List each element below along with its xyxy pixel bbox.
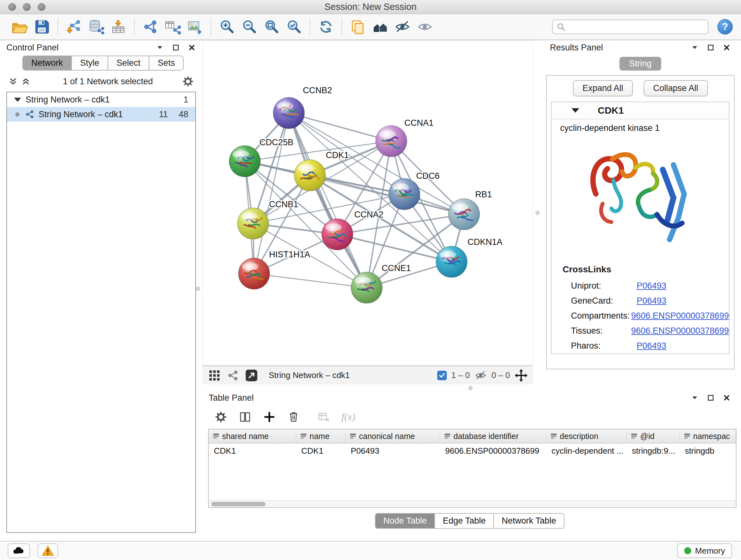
tab-node-table[interactable]: Node Table: [375, 513, 434, 529]
table-row[interactable]: CDK1 CDK1 P06493 9606.ENSP00000378699 cy…: [209, 443, 736, 458]
hide-selected-button[interactable]: [394, 18, 411, 36]
crosshair-move-icon[interactable]: [515, 369, 528, 382]
import-network-database-button[interactable]: [87, 18, 105, 36]
vertical-splitter-handle[interactable]: [196, 287, 200, 291]
section-disclosure-triangle-icon[interactable]: [571, 108, 579, 113]
cell-database-identifier[interactable]: 9606.ENSP00000378699: [440, 443, 546, 458]
collapse-all-icon[interactable]: [8, 77, 18, 86]
tab-network-table[interactable]: Network Table: [493, 513, 564, 529]
search-icon: [556, 22, 565, 31]
warning-button[interactable]: [38, 543, 58, 558]
cell-canonical-name[interactable]: P06493: [346, 443, 440, 458]
horizontal-scrollbar[interactable]: [209, 500, 736, 507]
crosslink-link[interactable]: P06493: [636, 281, 666, 291]
control-panel-tabs: Network Style Select Sets: [22, 56, 184, 71]
search-input[interactable]: [569, 22, 704, 32]
column-header[interactable]: description: [546, 429, 627, 443]
column-header[interactable]: @id: [627, 429, 680, 443]
export-image-button[interactable]: [186, 18, 204, 36]
column-header[interactable]: database identifier: [440, 429, 546, 443]
panel-menu-icon[interactable]: [156, 44, 164, 52]
cell-id[interactable]: stringdb:9...: [627, 443, 680, 458]
memory-button[interactable]: Memory: [677, 543, 732, 558]
open-session-button[interactable]: [10, 18, 28, 36]
save-session-button[interactable]: [33, 18, 51, 36]
zoom-out-button[interactable]: [240, 18, 258, 36]
add-column-icon[interactable]: [263, 411, 276, 423]
help-button[interactable]: ?: [718, 19, 733, 35]
zoom-fit-button[interactable]: [263, 18, 280, 36]
tab-sets[interactable]: Sets: [149, 56, 183, 70]
copy-document-button[interactable]: [349, 18, 367, 36]
tab-edge-table[interactable]: Edge Table: [434, 513, 493, 529]
tab-style[interactable]: Style: [72, 56, 108, 70]
node-label: CCNE1: [382, 263, 411, 273]
column-header[interactable]: namespac: [680, 429, 736, 443]
cell-description[interactable]: cyclin-dependent ...: [546, 443, 627, 458]
zoom-in-button[interactable]: [218, 18, 236, 36]
panel-menu-icon[interactable]: [690, 394, 699, 402]
expand-all-button[interactable]: Expand All: [573, 80, 633, 97]
panel-menu-icon[interactable]: [690, 44, 699, 52]
network-canvas[interactable]: CCNB2CCNA1CDC25BCDK1CDC6RB1CCNB1CCNA2CDK…: [203, 41, 533, 365]
vertical-splitter-handle[interactable]: [536, 211, 540, 215]
crosslink-link[interactable]: P06493: [636, 296, 666, 306]
column-header[interactable]: name: [296, 429, 346, 443]
scrollbar-thumb[interactable]: [211, 502, 266, 506]
neighborhood-button[interactable]: [371, 18, 389, 36]
column-header[interactable]: shared name: [209, 429, 296, 443]
cloud-button[interactable]: [8, 543, 30, 558]
panel-close-icon[interactable]: [723, 44, 731, 52]
selected-checkbox-icon[interactable]: [437, 371, 447, 380]
panel-close-icon[interactable]: [723, 394, 731, 402]
new-network-button[interactable]: [141, 18, 159, 36]
crosslink-link[interactable]: P06493: [636, 341, 666, 351]
crosslink-link[interactable]: 9606.ENSP00000378699: [631, 326, 729, 336]
cell-name[interactable]: CDK1: [296, 443, 346, 458]
disclosure-triangle-icon[interactable]: [14, 98, 21, 102]
import-table-button[interactable]: [110, 18, 127, 36]
network-node[interactable]: CCNB1: [238, 199, 298, 239]
network-list-button[interactable]: [226, 368, 240, 382]
crosslink-link[interactable]: 9606.ENSP00000378699: [631, 311, 729, 321]
column-header[interactable]: canonical name: [346, 429, 440, 443]
expand-all-icon[interactable]: [21, 77, 30, 86]
delete-column-trash-icon[interactable]: [287, 411, 300, 423]
panel-float-icon[interactable]: [706, 44, 715, 52]
panel-float-icon[interactable]: [706, 394, 715, 402]
show-all-button[interactable]: [416, 18, 434, 36]
cell-shared-name[interactable]: CDK1: [209, 443, 296, 458]
network-node[interactable]: CCNA1: [376, 118, 434, 157]
network-node[interactable]: CDK1: [294, 150, 349, 191]
share-icon: [226, 369, 239, 382]
grid-view-button[interactable]: [207, 368, 221, 382]
panel-float-icon[interactable]: [172, 44, 180, 52]
select-columns-icon[interactable]: [239, 411, 252, 423]
network-node[interactable]: CDKN1A: [436, 237, 502, 277]
import-network-file-button[interactable]: [65, 18, 83, 36]
panel-close-icon[interactable]: [188, 44, 196, 52]
network-node[interactable]: RB1: [448, 190, 492, 230]
import-network-file-icon: [65, 19, 82, 35]
network-view: CCNB2CCNA1CDC25BCDK1CDC6RB1CCNB1CCNA2CDK…: [202, 40, 533, 366]
horizontal-splitter-handle[interactable]: [468, 386, 473, 390]
search-field[interactable]: [552, 19, 709, 34]
crosslink-label: Uniprot:: [562, 281, 636, 291]
network-row[interactable]: String Network – cdk1 11 48: [7, 107, 195, 122]
tab-network[interactable]: Network: [23, 56, 72, 70]
tab-select[interactable]: Select: [108, 56, 149, 70]
network-node[interactable]: CCNE1: [351, 263, 411, 303]
birdseye-view-button[interactable]: [245, 368, 259, 382]
cloud-icon: [11, 545, 26, 556]
gear-icon[interactable]: [182, 75, 194, 87]
network-node[interactable]: HIST1H1A: [239, 250, 310, 289]
network-from-table-button[interactable]: [164, 18, 182, 36]
tab-string[interactable]: String: [619, 57, 661, 71]
new-network-icon: [142, 19, 158, 35]
refresh-layout-button[interactable]: [317, 18, 335, 36]
collapse-all-button[interactable]: Collapse All: [644, 80, 708, 97]
cell-namespace[interactable]: stringdb: [680, 443, 736, 458]
network-collection-row[interactable]: String Network – cdk1 1: [7, 92, 195, 107]
zoom-selected-button[interactable]: [285, 18, 303, 36]
table-settings-gear-icon[interactable]: [214, 411, 227, 423]
